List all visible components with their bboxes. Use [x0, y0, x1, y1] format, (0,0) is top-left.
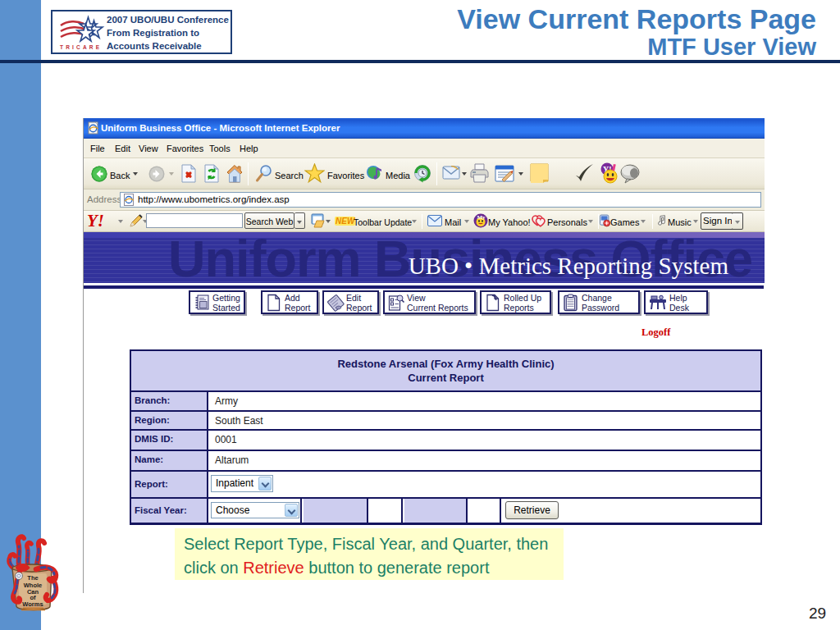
svg-text:My: My	[477, 214, 486, 221]
svg-text:Worms: Worms	[22, 600, 43, 608]
svg-text:TRICARE: TRICARE	[60, 44, 102, 50]
